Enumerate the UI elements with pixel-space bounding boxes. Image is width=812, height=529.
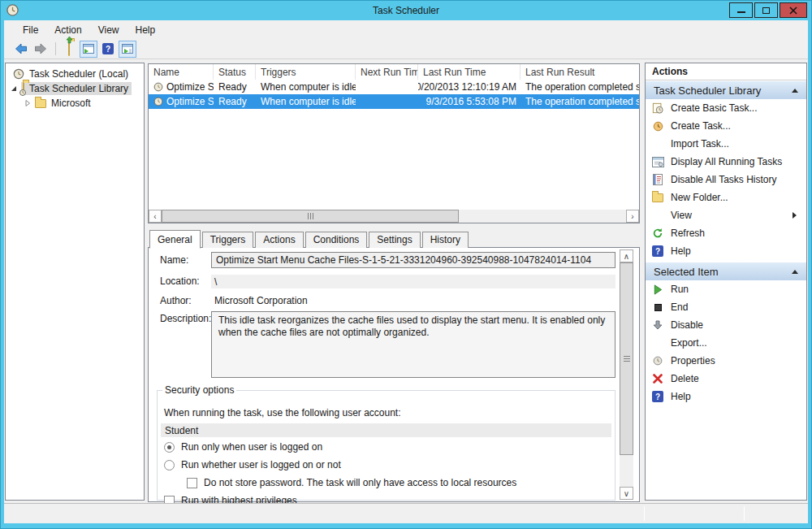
action-label: Help bbox=[671, 245, 691, 257]
show-console-tree-button[interactable] bbox=[80, 41, 97, 58]
show-action-pane-button[interactable] bbox=[119, 41, 136, 58]
help-button[interactable]: ? bbox=[99, 41, 117, 58]
end-icon bbox=[651, 301, 664, 314]
column-header-next-run-time[interactable]: Next Run Time bbox=[356, 64, 418, 80]
task-name: Optimize Sta... bbox=[166, 96, 214, 107]
radio-selected-icon[interactable] bbox=[164, 442, 175, 453]
task-name: Optimize Sta... bbox=[166, 81, 214, 93]
console-tree: Task Scheduler (Local) Task Scheduler Li… bbox=[5, 63, 145, 501]
action-help-selected[interactable]: ? Help bbox=[646, 388, 806, 405]
tree-label: Task Scheduler Library bbox=[29, 83, 128, 94]
create-task-icon bbox=[651, 119, 664, 132]
tree-item-task-scheduler-library[interactable]: Task Scheduler Library bbox=[6, 81, 144, 96]
checkbox-icon[interactable] bbox=[187, 478, 197, 488]
description-field[interactable]: This idle task reorganizes the cache fil… bbox=[211, 311, 615, 378]
scroll-up-button[interactable]: ∧ bbox=[620, 249, 633, 262]
action-label: Export... bbox=[671, 337, 707, 349]
collapsed-icon[interactable] bbox=[24, 99, 32, 107]
clock-icon bbox=[153, 82, 163, 92]
tree-item-microsoft[interactable]: Microsoft bbox=[6, 96, 144, 111]
action-delete[interactable]: Delete bbox=[646, 370, 806, 388]
action-properties[interactable]: Properties bbox=[646, 352, 806, 370]
action-create-task[interactable]: Create Task... bbox=[646, 117, 806, 135]
tab-triggers[interactable]: Triggers bbox=[202, 232, 254, 248]
radio-run-logged-on[interactable]: Run only when user is logged on bbox=[164, 441, 322, 453]
horizontal-scrollbar[interactable]: ‹ › bbox=[149, 210, 639, 223]
tab-conditions[interactable]: Conditions bbox=[305, 232, 368, 248]
column-header-last-run-time[interactable]: Last Run Time bbox=[418, 64, 520, 80]
menu-help[interactable]: Help bbox=[127, 22, 164, 38]
tree-label: Microsoft bbox=[51, 98, 91, 109]
action-new-folder[interactable]: New Folder... bbox=[646, 189, 806, 206]
tab-history[interactable]: History bbox=[422, 232, 469, 248]
action-disable-all-tasks-history[interactable]: Disable All Tasks History bbox=[646, 171, 806, 189]
vertical-scrollbar[interactable]: ∧ ∨ bbox=[620, 249, 633, 500]
action-help[interactable]: ? Help bbox=[646, 242, 806, 260]
expanded-icon[interactable] bbox=[10, 85, 18, 93]
folder-clock-icon bbox=[23, 83, 24, 94]
task-last-run: 10/20/2013 12:10:19 AM bbox=[418, 80, 520, 94]
account-name: Student bbox=[161, 423, 611, 437]
task-row[interactable]: Optimize Sta... Ready When computer is i… bbox=[149, 80, 639, 94]
menu-file[interactable]: File bbox=[15, 22, 46, 38]
radio-icon[interactable] bbox=[164, 460, 175, 470]
action-label: Refresh bbox=[671, 228, 705, 239]
section-selected-item[interactable]: Selected Item bbox=[646, 262, 806, 280]
action-disable[interactable]: Disable bbox=[646, 316, 806, 334]
action-run[interactable]: Run bbox=[646, 280, 806, 298]
action-pane-icon bbox=[122, 44, 133, 54]
task-list: Name Status Triggers Next Run Time Last … bbox=[148, 63, 640, 223]
tab-actions[interactable]: Actions bbox=[255, 232, 303, 248]
task-status: Ready bbox=[214, 94, 256, 109]
window-title: Task Scheduler bbox=[1, 1, 811, 20]
back-button[interactable] bbox=[12, 41, 30, 58]
task-list-header: Name Status Triggers Next Run Time Last … bbox=[149, 64, 639, 80]
general-tab-panel: Name: Optimize Start Menu Cache Files-S-… bbox=[148, 247, 640, 502]
tab-general[interactable]: General bbox=[149, 230, 201, 249]
scrollbar-thumb[interactable] bbox=[620, 262, 633, 455]
scrollbar-thumb[interactable] bbox=[162, 210, 459, 223]
menu-action[interactable]: Action bbox=[46, 22, 89, 38]
console-tree-icon bbox=[83, 44, 94, 54]
checkbox-no-password[interactable]: Do not store password. The task will onl… bbox=[187, 477, 516, 488]
column-header-name[interactable]: Name bbox=[149, 64, 214, 80]
folder-icon bbox=[35, 99, 46, 108]
close-icon bbox=[789, 7, 797, 15]
scrollbar-track[interactable] bbox=[162, 210, 626, 223]
section-header-label: Task Scheduler Library bbox=[654, 85, 761, 97]
create-basic-task-icon bbox=[651, 102, 664, 115]
menu-view[interactable]: View bbox=[90, 22, 127, 38]
task-name-field[interactable]: Optimize Start Menu Cache Files-S-1-5-21… bbox=[211, 252, 615, 268]
scroll-left-button[interactable]: ‹ bbox=[149, 210, 162, 223]
column-header-triggers[interactable]: Triggers bbox=[256, 64, 356, 80]
maximize-button[interactable] bbox=[754, 2, 778, 18]
column-header-last-run-result[interactable]: Last Run Result bbox=[520, 64, 639, 80]
refresh-icon bbox=[651, 227, 664, 240]
action-view[interactable]: View bbox=[646, 206, 806, 224]
no-icon bbox=[651, 336, 664, 349]
action-label: Display All Running Tasks bbox=[671, 156, 782, 167]
radio-run-whether[interactable]: Run whether user is logged on or not bbox=[164, 459, 341, 470]
location-value: \ bbox=[211, 275, 615, 288]
action-display-all-running-tasks[interactable]: Display All Running Tasks bbox=[646, 153, 806, 171]
action-import-task[interactable]: Import Task... bbox=[646, 135, 806, 153]
help-icon: ? bbox=[651, 390, 664, 403]
action-end[interactable]: End bbox=[646, 298, 806, 316]
action-label: Disable bbox=[671, 319, 703, 331]
task-row-selected[interactable]: Optimize Sta... Ready When computer is i… bbox=[149, 94, 639, 109]
action-export[interactable]: Export... bbox=[646, 334, 806, 352]
task-next-run bbox=[356, 94, 418, 109]
scroll-right-button[interactable]: › bbox=[626, 210, 639, 223]
scrollbar-track[interactable] bbox=[620, 262, 633, 487]
minimize-button[interactable] bbox=[729, 2, 753, 18]
action-create-basic-task[interactable]: Create Basic Task... bbox=[646, 99, 806, 117]
export-list-button[interactable] bbox=[60, 41, 78, 58]
tab-settings[interactable]: Settings bbox=[369, 232, 420, 248]
action-refresh[interactable]: Refresh bbox=[646, 224, 806, 242]
column-header-status[interactable]: Status bbox=[214, 64, 256, 80]
scroll-down-button[interactable]: ∨ bbox=[620, 487, 633, 500]
close-button[interactable] bbox=[780, 2, 807, 18]
no-icon bbox=[651, 137, 664, 150]
forward-button[interactable] bbox=[32, 41, 50, 58]
section-task-scheduler-library[interactable]: Task Scheduler Library bbox=[646, 81, 806, 99]
